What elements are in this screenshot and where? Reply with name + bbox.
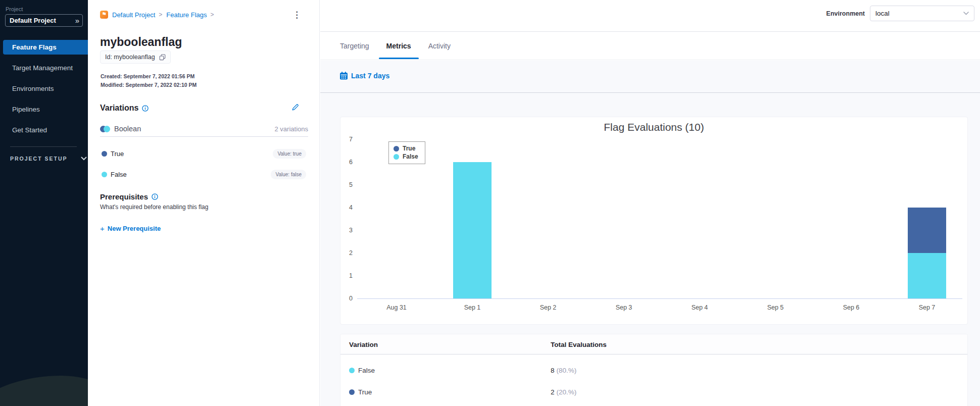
environment-value: local (875, 10, 963, 17)
legend-item-false[interactable]: False (394, 153, 418, 161)
variation-color-dot (102, 151, 107, 157)
new-prerequisite-button[interactable]: + New Prerequisite (100, 224, 161, 233)
x-axis-tick-label: Sep 6 (823, 304, 879, 311)
x-axis-tick-label: Sep 4 (672, 304, 727, 311)
x-axis-tick-label: Sep 1 (445, 304, 500, 311)
copy-icon[interactable] (159, 54, 166, 61)
sidebar-item-feature-flags[interactable]: Feature Flags (3, 40, 88, 55)
flag-options-menu-icon[interactable]: ⋮ (292, 11, 301, 19)
table-row-true: True 2 (20.%) (340, 381, 967, 403)
project-setup-label: PROJECT SETUP (10, 156, 68, 162)
variation-row-true: True Value: true (102, 149, 306, 158)
legend-swatch-true (394, 146, 399, 151)
legend-swatch-false (394, 154, 399, 160)
column-header-total-evaluations: Total Evaluations (551, 341, 607, 348)
sidebar-nav: Feature Flags Target Management Environm… (0, 40, 88, 137)
variation-type-row: Boolean 2 variations (100, 124, 308, 133)
new-prerequisite-label: New Prerequisite (108, 225, 161, 232)
breadcrumb-separator: > (210, 11, 214, 18)
sidebar-divider (10, 146, 77, 147)
double-chevron-icon: » (73, 16, 78, 25)
main-header: Environment local (320, 0, 980, 32)
bar-segment-true-sep-7 (908, 208, 946, 253)
x-axis-tick-label: Aug 31 (369, 304, 424, 311)
table-cell-variation: True (358, 388, 372, 396)
project-selector[interactable]: Default Project » (5, 14, 83, 27)
environment-label: Environment (826, 10, 865, 17)
y-axis-tick-label: 6 (337, 159, 353, 166)
date-range-picker[interactable]: Last 7 days (340, 72, 389, 80)
environment-select[interactable]: local (870, 6, 974, 21)
sidebar-item-environments[interactable]: Environments (3, 81, 88, 96)
flag-id-text: Id: mybooleanflag (105, 54, 155, 61)
flag-modified-label: Modified: September 7, 2022 02:10 PM (101, 82, 197, 88)
variation-value-chip: Value: true (273, 149, 306, 159)
flag-evaluations-chart-card: Flag Evaluations (10) True False 0123456… (340, 117, 968, 325)
divider (320, 92, 980, 93)
tab-targeting[interactable]: Targeting (340, 32, 369, 60)
flag-id-chip: Id: mybooleanflag (100, 50, 171, 64)
flag-detail-panel: Default Project > Feature Flags > ⋮ mybo… (88, 0, 320, 406)
project-name: Default Project (10, 17, 73, 24)
sidebar: Project Default Project » Feature Flags … (0, 0, 88, 406)
table-cell-variation: False (358, 367, 375, 374)
variation-color-dot (349, 368, 355, 373)
legend-item-true[interactable]: True (394, 144, 418, 153)
sidebar-item-target-management[interactable]: Target Management (3, 61, 88, 75)
flag-created-label: Created: September 7, 2022 01:56 PM (101, 73, 194, 79)
breadcrumb-link-feature-flags[interactable]: Feature Flags (166, 11, 207, 19)
project-label: Project (6, 6, 88, 12)
bar-segment-false-sep-1 (453, 162, 492, 298)
bar-segment-false-sep-7 (908, 253, 946, 298)
y-axis-tick-label: 1 (337, 272, 353, 279)
x-axis-tick-label: Sep 7 (899, 304, 955, 311)
metrics-content: Last 7 days Flag Evaluations (10) True F… (320, 61, 980, 406)
calendar-icon (340, 72, 348, 80)
info-icon[interactable] (152, 193, 158, 200)
y-axis-tick-label: 3 (337, 227, 353, 234)
y-axis-tick-label: 4 (337, 204, 353, 211)
boolean-type-icon (100, 126, 110, 132)
x-axis-tick-label: Sep 3 (596, 304, 652, 311)
y-axis-tick-label: 2 (337, 249, 353, 257)
tabbar: Targeting Metrics Activity (320, 32, 980, 60)
divider (100, 136, 308, 137)
variation-name: True (111, 150, 273, 158)
breadcrumb-link-project[interactable]: Default Project (112, 11, 155, 19)
sidebar-item-get-started[interactable]: Get Started (3, 123, 88, 137)
table-cell-total: 2 (551, 388, 555, 396)
variation-name: False (111, 171, 271, 178)
variation-value-chip: Value: false (271, 170, 306, 179)
breadcrumb: Default Project > Feature Flags > (100, 10, 308, 19)
chart-plot-area: True False 01234567Aug 31Sep 1Sep 2Sep 3… (357, 140, 962, 299)
legend-label-true: True (403, 144, 415, 153)
main-area: Environment local Targeting Metrics Acti… (320, 0, 980, 406)
project-setup-section[interactable]: PROJECT SETUP (10, 156, 88, 162)
variation-row-false: False Value: false (102, 170, 306, 179)
table-cell-total: 8 (551, 367, 555, 374)
legend-label-false: False (403, 153, 418, 161)
evaluations-table-card: Variation Total Evaluations False 8 (80.… (340, 334, 968, 406)
x-axis-tick-label: Sep 5 (748, 304, 803, 311)
date-range-label: Last 7 days (351, 72, 389, 80)
prerequisites-heading: Prerequisites (100, 192, 148, 201)
table-cell-percent: (80.%) (557, 367, 577, 374)
prerequisites-description: What's required before enabling this fla… (100, 204, 208, 211)
breadcrumb-separator: > (159, 11, 162, 18)
variation-color-dot (102, 172, 107, 177)
chevron-down-icon (963, 12, 969, 15)
plus-icon: + (100, 224, 105, 233)
info-icon[interactable] (142, 105, 149, 112)
tab-metrics[interactable]: Metrics (386, 32, 411, 60)
variation-type-label: Boolean (114, 125, 275, 133)
variations-heading: Variations (100, 104, 138, 113)
y-axis-tick-label: 7 (337, 136, 353, 143)
flag-title: mybooleanflag (100, 35, 182, 49)
edit-variations-pencil-icon[interactable] (291, 104, 299, 113)
tab-activity[interactable]: Activity (428, 32, 451, 60)
variation-count: 2 variations (275, 125, 308, 133)
y-axis-tick-label: 5 (337, 181, 353, 188)
table-row-false: False 8 (80.%) (340, 360, 967, 381)
sidebar-item-pipelines[interactable]: Pipelines (3, 102, 88, 117)
chart-title: Flag Evaluations (10) (340, 121, 967, 133)
